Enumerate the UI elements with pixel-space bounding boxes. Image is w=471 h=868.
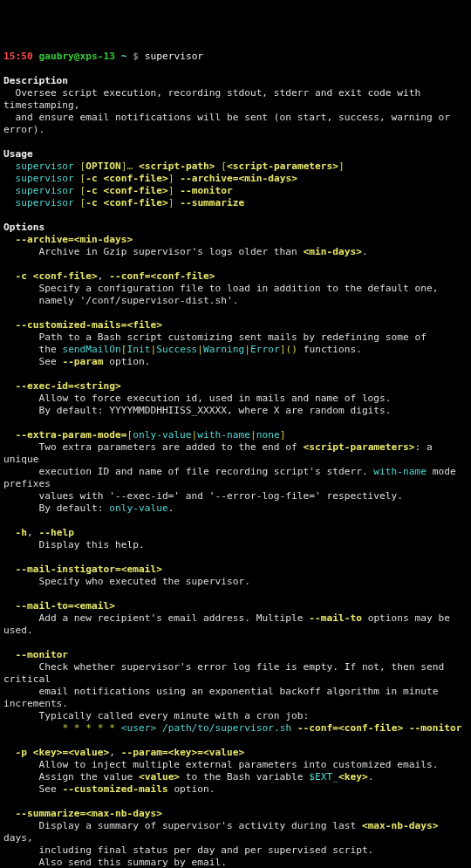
opt-param: -p bbox=[15, 747, 26, 758]
section-description: Description bbox=[3, 75, 68, 86]
opt-summarize: --summarize= bbox=[15, 808, 85, 819]
description-l2: and ensure email notifications will be s… bbox=[3, 112, 456, 135]
opt-mail-to: --mail-to= bbox=[15, 600, 73, 612]
typed-command[interactable]: supervisor bbox=[145, 51, 203, 62]
clock: 15:50 bbox=[3, 51, 33, 62]
section-usage: Usage bbox=[3, 148, 33, 160]
opt-archive: --archive= bbox=[15, 234, 73, 245]
opt-exec-id: --exec-id= bbox=[15, 380, 73, 392]
prompt-line: 15:50 gaubry@xps-13 ~ $ supervisor bbox=[3, 51, 203, 62]
opt-extra-param-mode: --extra-param-mode= bbox=[15, 429, 126, 441]
usage-cmd: supervisor bbox=[15, 161, 73, 172]
section-options: Options bbox=[3, 222, 44, 233]
opt-help: -h bbox=[15, 527, 26, 538]
description-l1: Oversee script execution, recording stdo… bbox=[3, 87, 427, 111]
opt-conf: -c bbox=[15, 270, 26, 282]
userhost: gaubry@xps-13 bbox=[38, 51, 115, 62]
opt-monitor: --monitor bbox=[15, 649, 68, 660]
opt-customized-mails: --customized-mails= bbox=[15, 319, 126, 331]
opt-mail-instigator: --mail-instigator= bbox=[15, 564, 120, 575]
prompt-dollar: $ bbox=[133, 51, 139, 62]
terminal-output: 15:50 gaubry@xps-13 ~ $ supervisor Descr… bbox=[3, 51, 468, 868]
cwd: ~ bbox=[121, 51, 127, 62]
